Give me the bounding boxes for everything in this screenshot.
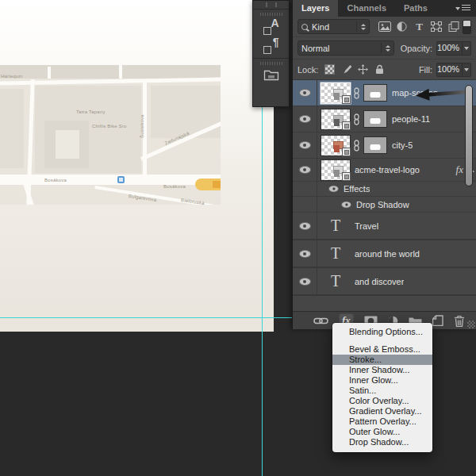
layer-row[interactable]: Taround the world [293, 240, 476, 268]
fill-label: Fill: [419, 65, 432, 75]
layer-thumbnail[interactable] [321, 109, 350, 129]
horizontal-guide[interactable] [0, 317, 292, 318]
layer-filtering-toggle[interactable] [463, 20, 471, 34]
visibility-toggle[interactable] [293, 132, 317, 158]
fill-combo[interactable]: 100% [436, 63, 471, 77]
map-label: Chillis Bike Sro [92, 124, 127, 129]
eye-icon[interactable] [342, 202, 351, 207]
text-layer-thumbnail[interactable]: T [321, 216, 350, 236]
layer-row[interactable]: Tand discover [293, 268, 476, 296]
eye-icon[interactable] [329, 186, 338, 192]
layer-thumbnail[interactable] [321, 136, 350, 155]
menu-item-bevel-emboss[interactable]: Bevel & Emboss... [332, 344, 432, 355]
layer-comps-panel-icon[interactable] [263, 69, 279, 84]
map-courtyard [56, 130, 79, 159]
panel-menu-button[interactable] [450, 0, 476, 17]
menu-item-blending-options[interactable]: Blending Options... [332, 327, 432, 337]
menu-item-outer-glow[interactable]: Outer Glow... [332, 427, 432, 437]
map-street [48, 67, 51, 79]
lock-pixels-icon[interactable] [339, 63, 354, 76]
mask-link-icon[interactable] [353, 140, 360, 152]
menu-item-satin[interactable]: Satin... [332, 386, 432, 396]
menu-item-color-overlay[interactable]: Color Overlay... [332, 396, 432, 406]
link-layers-icon[interactable] [313, 313, 328, 328]
dock-grip[interactable] [260, 13, 282, 16]
character-styles-box [263, 27, 271, 35]
layer-row[interactable]: city-5 [293, 132, 476, 159]
visibility-toggle[interactable] [293, 197, 317, 212]
layer-row[interactable]: TTravel [293, 213, 476, 240]
document-canvas: HarlequinTatra TapanyChillis Bike SroŠus… [0, 0, 274, 332]
menu-item-inner-shadow[interactable]: Inner Shadow... [332, 365, 432, 375]
mask-link-icon[interactable] [353, 113, 360, 125]
layer-row[interactable]: people-11 [293, 106, 476, 132]
visibility-toggle[interactable] [293, 106, 317, 132]
mask-thumbnail[interactable] [363, 110, 387, 128]
visibility-toggle[interactable] [293, 159, 317, 181]
layer-name: people-11 [392, 114, 430, 124]
visibility-toggle[interactable] [293, 80, 317, 106]
menu-item-drop-shadow[interactable]: Drop Shadow... [332, 437, 432, 447]
visibility-toggle[interactable] [293, 213, 317, 239]
scrollbar-thumb[interactable] [465, 85, 473, 186]
paragraph-styles-glyph: ¶ [273, 36, 279, 48]
mask-thumbnail[interactable] [363, 84, 387, 102]
layer-name: Travel [355, 221, 378, 231]
map-label: Bosákova [44, 178, 67, 182]
text-layer-thumbnail[interactable]: T [321, 244, 350, 263]
layer-row[interactable]: acme-travel-logofx [293, 159, 476, 182]
fill-dropdown-icon[interactable] [462, 63, 470, 76]
eye-icon [300, 251, 310, 257]
delete-layer-icon[interactable] [454, 313, 465, 328]
blend-mode-select[interactable]: Normal [298, 40, 394, 56]
lock-transparency-icon[interactable] [322, 63, 337, 76]
filter-shape-layers-icon[interactable] [429, 20, 445, 34]
layer-name: acme-travel-logo [355, 165, 420, 175]
dock-grip[interactable] [266, 2, 277, 7]
menu-item-stroke[interactable]: Stroke... [332, 355, 432, 365]
panel-resize-grip[interactable] [467, 321, 475, 328]
filter-kind-select[interactable]: Kind [298, 19, 370, 34]
filter-smart-objects-icon[interactable] [446, 20, 462, 34]
mask-thumbnail[interactable] [363, 136, 387, 154]
effect-row[interactable]: Drop Shadow [293, 197, 476, 213]
search-icon [301, 24, 308, 30]
select-stepper-icon [356, 21, 366, 32]
visibility-toggle[interactable] [293, 182, 317, 196]
transit-station-icon [117, 176, 125, 183]
smart-object-badge-icon [342, 172, 351, 181]
character-styles-panel-icon[interactable]: A [263, 18, 280, 35]
layer-thumbnail[interactable] [321, 160, 350, 180]
menu-item-pattern-overlay[interactable]: Pattern Overlay... [332, 416, 432, 427]
opacity-dropdown-icon[interactable] [462, 42, 470, 55]
layer-style-menu: Blending Options...Bevel & Emboss...Stro… [332, 323, 432, 452]
menu-item-gradient-overlay[interactable]: Gradient Overlay... [332, 406, 432, 416]
dock-grip[interactable] [260, 62, 282, 65]
opacity-combo[interactable]: 100% [436, 41, 471, 56]
layer-list: map-screenpeople-11city-5acme-travel-log… [293, 80, 476, 311]
visibility-toggle[interactable] [293, 240, 317, 267]
eye-icon [300, 278, 310, 285]
eye-icon [300, 142, 310, 148]
visibility-toggle[interactable] [293, 268, 317, 294]
menu-item-inner-glow[interactable]: Inner Glow... [332, 375, 432, 386]
select-stepper-icon [381, 43, 390, 53]
effects-group-row[interactable]: Effects [293, 182, 476, 197]
filter-type-layers-icon[interactable]: T [412, 20, 428, 34]
map-highlighted-road [195, 178, 221, 190]
map-label: Šustekova [140, 114, 144, 138]
layer-thumbnail[interactable] [321, 83, 350, 103]
filter-pixel-layers-icon[interactable] [377, 20, 393, 34]
new-layer-icon[interactable] [432, 313, 443, 328]
smart-object-badge-icon [342, 95, 351, 104]
filter-adjustment-layers-icon[interactable] [394, 20, 410, 34]
mask-link-icon[interactable] [353, 87, 360, 99]
tab-paths[interactable]: Paths [395, 0, 436, 17]
text-layer-thumbnail[interactable]: T [321, 271, 350, 291]
tab-channels[interactable]: Channels [338, 0, 395, 17]
tab-layers[interactable]: Layers [293, 0, 338, 17]
panel-menu-triangle-icon [455, 7, 460, 10]
lock-position-icon[interactable] [355, 63, 370, 76]
lock-all-icon[interactable] [372, 63, 387, 76]
paragraph-styles-panel-icon[interactable]: ¶ [263, 37, 280, 54]
